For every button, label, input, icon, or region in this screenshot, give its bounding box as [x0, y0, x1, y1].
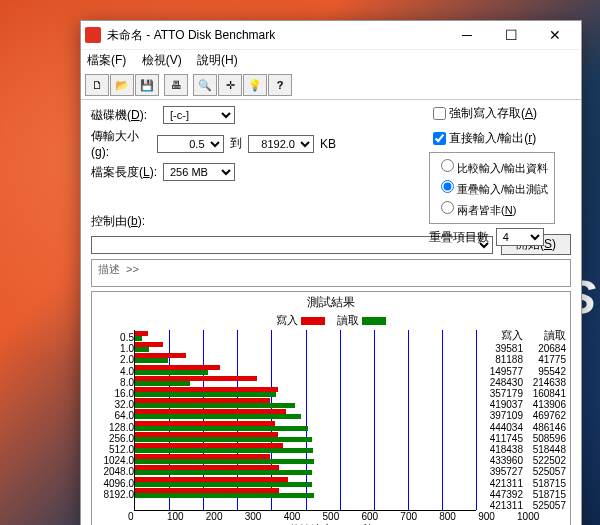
results-panel: 測試結果 寫入 讀取 0.51.02.04.08.016.032.064.012… [91, 291, 571, 525]
neither-label: 兩者皆非(N) [457, 204, 516, 216]
table-row: 395727525057 [480, 466, 566, 477]
content-area: 磁碟機(D): [-c-] 傳輸大小(g): 0.5 到 8192.0 KB 檔… [81, 100, 581, 525]
open-icon[interactable]: 📂 [110, 74, 134, 96]
compare-radio[interactable] [441, 159, 454, 172]
bar-read [135, 459, 314, 464]
table-row: 3958120684 [480, 343, 566, 354]
table-row: 418438518448 [480, 444, 566, 455]
kb-label: KB [320, 137, 336, 151]
toolbar: 🗋 📂 💾 🖶 🔍 ✛ 💡 ? [81, 71, 581, 100]
description-box: 描述 >> [91, 259, 571, 287]
force-write-label: 強制寫入存取(A) [449, 105, 537, 122]
table-row: 411745508596 [480, 433, 566, 444]
table-row: 444034486146 [480, 422, 566, 433]
menu-view[interactable]: 檢視(V) [142, 53, 182, 67]
table-row: 447392518715 [480, 489, 566, 500]
length-label: 檔案長度(L): [91, 164, 163, 181]
find-icon[interactable]: 🔍 [193, 74, 217, 96]
new-icon[interactable]: 🗋 [85, 74, 109, 96]
menu-file[interactable]: 檔案(F) [87, 53, 126, 67]
app-window: 未命名 - ATTO Disk Benchmark ─ ☐ ✕ 檔案(F) 檢視… [80, 20, 582, 525]
size-to-select[interactable]: 8192.0 [248, 135, 315, 153]
bar-read [135, 493, 314, 498]
table-row: 8118841775 [480, 354, 566, 365]
compare-label: 比較輸入/輸出資料 [457, 162, 548, 174]
bar-read [135, 448, 313, 453]
table-row: 14957795542 [480, 366, 566, 377]
app-icon [85, 27, 101, 43]
bar-read [135, 392, 276, 397]
overlap-label: 重疊輸入/輸出測試 [457, 183, 548, 195]
table-row: 421311518715 [480, 478, 566, 489]
bar-read [135, 482, 312, 487]
bar-read [135, 437, 312, 442]
y-axis-labels: 0.51.02.04.08.016.032.064.0128.0256.0512… [96, 330, 134, 511]
queue-label: 重疊項目數 [429, 229, 489, 246]
neither-radio[interactable] [441, 201, 454, 214]
bar-read [135, 426, 308, 431]
mode-fieldset: 比較輸入/輸出資料 重疊輸入/輸出測試 兩者皆非(N) [429, 152, 555, 224]
window-title: 未命名 - ATTO Disk Benchmark [107, 27, 445, 44]
overlap-radio[interactable] [441, 180, 454, 193]
help-icon[interactable]: ? [268, 74, 292, 96]
titlebar: 未命名 - ATTO Disk Benchmark ─ ☐ ✕ [81, 21, 581, 50]
menubar: 檔案(F) 檢視(V) 說明(H) [81, 50, 581, 71]
bar-read [135, 403, 295, 408]
bar-read [135, 470, 312, 475]
table-row: 421311525057 [480, 500, 566, 511]
size-label: 傳輸大小(g): [91, 128, 157, 159]
menu-help[interactable]: 說明(H) [197, 53, 238, 67]
minimize-button[interactable]: ─ [445, 21, 489, 49]
table-row: 357179160841 [480, 388, 566, 399]
maximize-button[interactable]: ☐ [489, 21, 533, 49]
results-title: 測試結果 [96, 294, 566, 311]
table-row: 433960522502 [480, 455, 566, 466]
table-row: 419037413906 [480, 399, 566, 410]
bar-read [135, 358, 168, 363]
direct-io-checkbox[interactable] [433, 132, 446, 145]
drive-label: 磁碟機(D): [91, 107, 163, 124]
bar-read [135, 381, 190, 386]
bar-read [135, 336, 142, 341]
table-row: 248430214638 [480, 377, 566, 388]
chart-legend: 寫入 讀取 [96, 313, 566, 328]
size-from-select[interactable]: 0.5 [157, 135, 224, 153]
bar-read [135, 347, 149, 352]
table-row: 397109469762 [480, 410, 566, 421]
direct-io-label: 直接輸入/輸出(r) [449, 130, 536, 147]
force-write-checkbox[interactable] [433, 107, 446, 120]
length-select[interactable]: 256 MB [163, 163, 235, 181]
queue-select[interactable]: 4 [496, 228, 544, 246]
chart-area [134, 330, 476, 511]
bar-read [135, 414, 301, 419]
x-axis-labels: 01002003004005006007008009001000 [134, 511, 562, 522]
target-icon[interactable]: ✛ [218, 74, 242, 96]
bar-read [135, 370, 208, 375]
save-icon[interactable]: 💾 [135, 74, 159, 96]
data-table: 寫入讀取 39581206848118841775149577955422484… [480, 330, 566, 511]
to-label: 到 [230, 135, 242, 152]
control-label: 控制由(b): [91, 213, 153, 230]
print-icon[interactable]: 🖶 [164, 74, 188, 96]
info-icon[interactable]: 💡 [243, 74, 267, 96]
close-button[interactable]: ✕ [533, 21, 577, 49]
drive-select[interactable]: [-c-] [163, 106, 235, 124]
